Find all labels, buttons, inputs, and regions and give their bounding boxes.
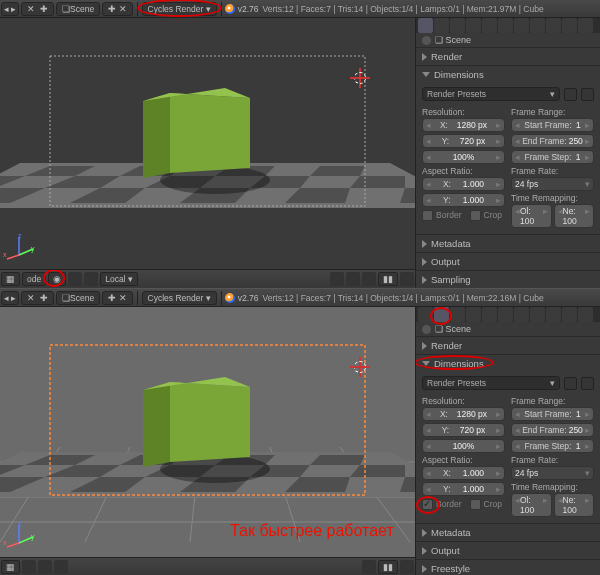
res-x[interactable]: ◂X:1280 px▸ — [422, 118, 505, 132]
res-y[interactable]: ◂Y:720 px▸ — [422, 134, 505, 148]
back-forward[interactable]: ◂ ▸ — [1, 291, 19, 305]
remap-new[interactable]: ◂Ne: 100▸ — [554, 493, 595, 517]
pivot-icon[interactable] — [54, 560, 68, 574]
tab-render[interactable] — [418, 18, 433, 33]
editor-type[interactable]: ▦ — [1, 560, 20, 574]
panel-sampling[interactable]: Sampling — [416, 271, 600, 287]
panel-dimensions[interactable]: Dimensions — [416, 66, 600, 83]
gizmo-icon[interactable] — [346, 272, 360, 286]
render-engine[interactable]: Cycles Render ▾ — [142, 291, 217, 305]
remap-old[interactable]: ◂Ol: 100▸ — [511, 204, 552, 228]
panel-dimensions[interactable]: Dimensions — [416, 355, 600, 372]
panel-render[interactable]: Render — [416, 48, 600, 65]
screen-layout[interactable]: ✕ ✚ — [21, 291, 54, 305]
fps[interactable]: 24 fps▾ — [511, 177, 594, 191]
tab-particles[interactable] — [562, 18, 577, 33]
fps[interactable]: 24 fps▾ — [511, 466, 594, 480]
tab-modifiers[interactable] — [514, 307, 529, 322]
tab-texture[interactable] — [562, 307, 577, 322]
render-presets[interactable]: Render Presets ▾ — [422, 87, 560, 101]
crop-check[interactable] — [470, 210, 481, 221]
pause-icon[interactable]: ▮▮ — [378, 272, 398, 286]
snap-icon[interactable] — [84, 272, 98, 286]
editor-type[interactable]: ▦ — [1, 272, 20, 286]
preset-add[interactable] — [564, 377, 577, 390]
overlay-icon[interactable] — [330, 272, 344, 286]
tab-constraints[interactable] — [498, 307, 513, 322]
orientation[interactable]: Local ▾ — [100, 272, 138, 286]
res-y[interactable]: ◂Y:720 px▸ — [422, 423, 505, 437]
start-frame[interactable]: ◂Start Frame:1▸ — [511, 118, 594, 132]
res-x[interactable]: ◂X:1280 px▸ — [422, 407, 505, 421]
viewport-shading[interactable]: ◉ — [48, 272, 66, 286]
mode-icon[interactable] — [22, 560, 36, 574]
tab-data[interactable] — [514, 18, 529, 33]
tab-constraints[interactable] — [482, 18, 497, 33]
crop-check[interactable] — [470, 499, 481, 510]
tab-physics[interactable] — [578, 307, 593, 322]
tab-texture[interactable] — [546, 18, 561, 33]
3d-cursor — [350, 357, 370, 377]
preset-remove[interactable] — [581, 377, 594, 390]
pin-icon[interactable] — [422, 325, 431, 334]
shading-icon[interactable] — [38, 560, 52, 574]
screen-layout[interactable]: ✕ ✚ — [21, 2, 54, 16]
panel-render[interactable]: Render — [416, 337, 600, 354]
frame-step[interactable]: ◂Frame Step:1▸ — [511, 150, 594, 164]
scene-selector[interactable]: ❏ Scene — [56, 291, 100, 305]
panel-output[interactable]: Output — [416, 253, 600, 270]
start-frame[interactable]: ◂Start Frame:1▸ — [511, 407, 594, 421]
aspect-y[interactable]: ◂Y:1.000▸ — [422, 482, 505, 496]
aspect-label: Aspect Ratio: — [422, 455, 505, 465]
pause-icon[interactable]: ▮▮ — [378, 560, 398, 574]
mode-menu[interactable]: ode — [22, 272, 46, 286]
panel-metadata[interactable]: Metadata — [416, 235, 600, 252]
info-header: ◂ ▸ ✕ ✚ ❏ Scene ✚ ✕ Cycles Render ▾ v2.7… — [0, 289, 600, 307]
border-check[interactable] — [422, 210, 433, 221]
tab-render[interactable] — [418, 307, 433, 322]
tab-modifiers[interactable] — [498, 18, 513, 33]
camera-icon[interactable] — [400, 560, 414, 574]
scene-ops[interactable]: ✚ ✕ — [102, 2, 132, 16]
tab-object[interactable] — [482, 307, 497, 322]
aspect-y[interactable]: ◂Y:1.000▸ — [422, 193, 505, 207]
tab-data[interactable] — [530, 307, 545, 322]
layers-icon[interactable] — [362, 272, 376, 286]
viewport-3d[interactable]: Time:00:03.89 | Mem:2.92M, Peak:7.57M | … — [0, 307, 415, 575]
back-forward[interactable]: ◂ ▸ — [1, 2, 19, 16]
tab-scene[interactable] — [450, 307, 465, 322]
remap-old[interactable]: ◂Ol: 100▸ — [511, 493, 552, 517]
version: v2.76 — [238, 293, 259, 303]
layers-icon[interactable] — [362, 560, 376, 574]
pivot-icon[interactable] — [68, 272, 82, 286]
tab-render-layers[interactable] — [434, 307, 449, 322]
tab-material[interactable] — [546, 307, 561, 322]
scene-selector[interactable]: ❏ Scene — [56, 2, 100, 16]
tab-world[interactable] — [466, 307, 481, 322]
tab-material[interactable] — [530, 18, 545, 33]
tab-physics[interactable] — [578, 18, 593, 33]
end-frame[interactable]: ◂End Frame:250▸ — [511, 134, 594, 148]
panel-output[interactable]: Output — [416, 542, 600, 559]
panel-freestyle[interactable]: Freestyle — [416, 560, 600, 575]
aspect-x[interactable]: ◂X:1.000▸ — [422, 177, 505, 191]
camera-icon[interactable] — [400, 272, 414, 286]
end-frame[interactable]: ◂End Frame:250▸ — [511, 423, 594, 437]
scene-ops[interactable]: ✚ ✕ — [102, 291, 132, 305]
remap-new[interactable]: ◂Ne: 100▸ — [554, 204, 595, 228]
preset-add[interactable] — [564, 88, 577, 101]
tab-world[interactable] — [450, 18, 465, 33]
render-presets[interactable]: Render Presets ▾ — [422, 376, 560, 390]
tab-scene[interactable] — [434, 18, 449, 33]
tab-object[interactable] — [466, 18, 481, 33]
frame-step[interactable]: ◂Frame Step:1▸ — [511, 439, 594, 453]
panel-metadata[interactable]: Metadata — [416, 524, 600, 541]
viewport-3d[interactable]: Time:00:04.90 | Remaining:00:04.01 | Mem… — [0, 18, 415, 287]
res-pct[interactable]: ◂100%▸ — [422, 150, 505, 164]
aspect-x[interactable]: ◂X:1.000▸ — [422, 466, 505, 480]
border-check[interactable] — [422, 499, 433, 510]
res-pct[interactable]: ◂100%▸ — [422, 439, 505, 453]
render-engine[interactable]: Cycles Render ▾ — [142, 2, 217, 16]
pin-icon[interactable] — [422, 36, 431, 45]
preset-remove[interactable] — [581, 88, 594, 101]
